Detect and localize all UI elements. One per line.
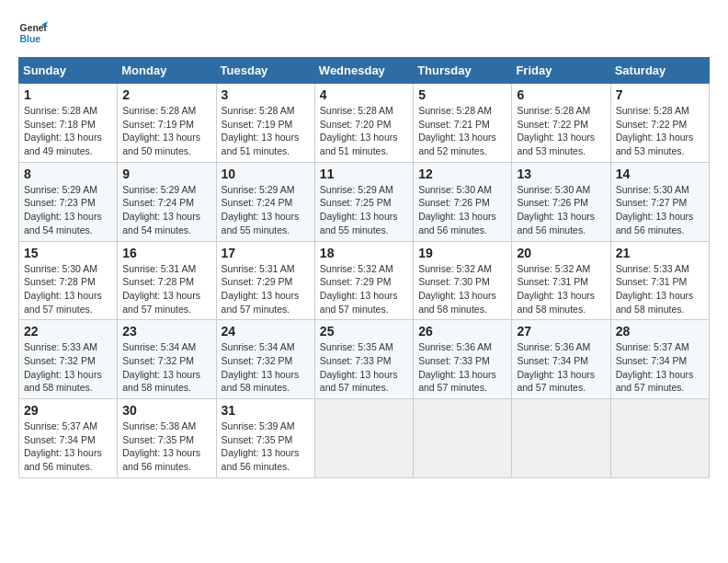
day-detail: Sunrise: 5:37 AMSunset: 7:34 PMDaylight:…	[616, 341, 694, 393]
day-number: 8	[24, 167, 112, 181]
day-number: 21	[616, 246, 704, 260]
day-number: 27	[517, 324, 605, 339]
calendar-cell: 24 Sunrise: 5:34 AMSunset: 7:32 PMDaylig…	[216, 320, 314, 399]
calendar-cell: 1 Sunrise: 5:28 AMSunset: 7:18 PMDayligh…	[19, 84, 118, 163]
col-monday: Monday	[118, 58, 216, 84]
day-number: 25	[320, 324, 408, 339]
day-detail: Sunrise: 5:33 AMSunset: 7:32 PMDaylight:…	[24, 341, 102, 393]
calendar-cell: 20 Sunrise: 5:32 AMSunset: 7:31 PMDaylig…	[512, 241, 610, 320]
day-detail: Sunrise: 5:28 AMSunset: 7:22 PMDaylight:…	[517, 105, 595, 156]
calendar-cell	[314, 399, 413, 478]
calendar-cell: 3 Sunrise: 5:28 AMSunset: 7:19 PMDayligh…	[216, 84, 314, 163]
calendar-cell	[610, 399, 709, 478]
calendar-cell: 14 Sunrise: 5:30 AMSunset: 7:27 PMDaylig…	[610, 162, 709, 241]
calendar-cell: 23 Sunrise: 5:34 AMSunset: 7:32 PMDaylig…	[118, 320, 216, 399]
day-number: 15	[24, 246, 112, 260]
day-number: 19	[418, 246, 506, 260]
day-detail: Sunrise: 5:34 AMSunset: 7:32 PMDaylight:…	[122, 341, 200, 393]
day-number: 2	[122, 87, 210, 102]
day-number: 4	[320, 87, 408, 102]
calendar-cell: 25 Sunrise: 5:35 AMSunset: 7:33 PMDaylig…	[314, 320, 413, 399]
calendar-cell: 21 Sunrise: 5:33 AMSunset: 7:31 PMDaylig…	[610, 241, 709, 320]
day-number: 1	[24, 87, 112, 102]
day-detail: Sunrise: 5:36 AMSunset: 7:34 PMDaylight:…	[517, 341, 595, 393]
day-detail: Sunrise: 5:37 AMSunset: 7:34 PMDaylight:…	[24, 420, 102, 472]
logo: General Blue	[18, 18, 48, 48]
calendar-cell: 8 Sunrise: 5:29 AMSunset: 7:23 PMDayligh…	[19, 162, 118, 241]
day-number: 16	[122, 246, 210, 260]
day-number: 29	[24, 403, 112, 418]
col-friday: Friday	[512, 58, 610, 84]
calendar-cell: 22 Sunrise: 5:33 AMSunset: 7:32 PMDaylig…	[19, 320, 118, 399]
day-number: 5	[418, 87, 506, 102]
day-number: 20	[517, 246, 605, 260]
calendar-cell: 30 Sunrise: 5:38 AMSunset: 7:35 PMDaylig…	[118, 399, 216, 478]
day-detail: Sunrise: 5:39 AMSunset: 7:35 PMDaylight:…	[222, 420, 300, 472]
calendar-cell: 15 Sunrise: 5:30 AMSunset: 7:28 PMDaylig…	[19, 241, 118, 320]
day-detail: Sunrise: 5:30 AMSunset: 7:26 PMDaylight:…	[418, 184, 496, 236]
day-number: 11	[320, 167, 408, 181]
day-detail: Sunrise: 5:36 AMSunset: 7:33 PMDaylight:…	[418, 341, 496, 393]
calendar-week-1: 1 Sunrise: 5:28 AMSunset: 7:18 PMDayligh…	[19, 84, 710, 163]
day-number: 14	[616, 167, 704, 181]
day-detail: Sunrise: 5:28 AMSunset: 7:22 PMDaylight:…	[616, 105, 694, 156]
day-number: 3	[222, 87, 310, 102]
day-number: 31	[222, 403, 310, 418]
day-detail: Sunrise: 5:38 AMSunset: 7:35 PMDaylight:…	[122, 420, 200, 472]
day-detail: Sunrise: 5:29 AMSunset: 7:23 PMDaylight:…	[24, 184, 102, 236]
calendar-week-2: 8 Sunrise: 5:29 AMSunset: 7:23 PMDayligh…	[19, 162, 710, 241]
day-number: 9	[122, 167, 210, 181]
calendar-cell: 13 Sunrise: 5:30 AMSunset: 7:26 PMDaylig…	[512, 162, 610, 241]
day-detail: Sunrise: 5:31 AMSunset: 7:29 PMDaylight:…	[222, 263, 300, 315]
calendar-cell: 17 Sunrise: 5:31 AMSunset: 7:29 PMDaylig…	[216, 241, 314, 320]
header: General Blue	[18, 18, 710, 48]
col-sunday: Sunday	[19, 58, 118, 84]
calendar-week-3: 15 Sunrise: 5:30 AMSunset: 7:28 PMDaylig…	[19, 241, 710, 320]
day-number: 7	[616, 87, 704, 102]
calendar-cell: 12 Sunrise: 5:30 AMSunset: 7:26 PMDaylig…	[414, 162, 512, 241]
day-number: 12	[418, 167, 506, 181]
header-row: Sunday Monday Tuesday Wednesday Thursday…	[19, 58, 710, 84]
svg-text:Blue: Blue	[20, 34, 41, 44]
day-detail: Sunrise: 5:34 AMSunset: 7:32 PMDaylight:…	[222, 341, 300, 393]
calendar-cell	[512, 399, 610, 478]
day-number: 10	[222, 167, 310, 181]
calendar-cell: 4 Sunrise: 5:28 AMSunset: 7:20 PMDayligh…	[314, 84, 413, 163]
calendar-cell: 6 Sunrise: 5:28 AMSunset: 7:22 PMDayligh…	[512, 84, 610, 163]
day-detail: Sunrise: 5:35 AMSunset: 7:33 PMDaylight:…	[320, 341, 398, 393]
calendar-cell: 5 Sunrise: 5:28 AMSunset: 7:21 PMDayligh…	[414, 84, 512, 163]
day-number: 28	[616, 324, 704, 339]
col-wednesday: Wednesday	[314, 58, 413, 84]
calendar-cell: 27 Sunrise: 5:36 AMSunset: 7:34 PMDaylig…	[512, 320, 610, 399]
day-detail: Sunrise: 5:29 AMSunset: 7:24 PMDaylight:…	[122, 184, 200, 236]
day-number: 18	[320, 246, 408, 260]
day-number: 30	[122, 403, 210, 418]
calendar-cell: 10 Sunrise: 5:29 AMSunset: 7:24 PMDaylig…	[216, 162, 314, 241]
calendar-week-5: 29 Sunrise: 5:37 AMSunset: 7:34 PMDaylig…	[19, 399, 710, 478]
day-detail: Sunrise: 5:28 AMSunset: 7:20 PMDaylight:…	[320, 105, 398, 156]
day-detail: Sunrise: 5:32 AMSunset: 7:29 PMDaylight:…	[320, 263, 398, 315]
day-detail: Sunrise: 5:28 AMSunset: 7:19 PMDaylight:…	[222, 105, 300, 156]
day-detail: Sunrise: 5:28 AMSunset: 7:18 PMDaylight:…	[24, 105, 102, 156]
day-detail: Sunrise: 5:30 AMSunset: 7:27 PMDaylight:…	[616, 184, 694, 236]
day-detail: Sunrise: 5:29 AMSunset: 7:24 PMDaylight:…	[222, 184, 300, 236]
day-detail: Sunrise: 5:32 AMSunset: 7:31 PMDaylight:…	[517, 263, 595, 315]
calendar-cell: 9 Sunrise: 5:29 AMSunset: 7:24 PMDayligh…	[118, 162, 216, 241]
calendar-cell: 16 Sunrise: 5:31 AMSunset: 7:28 PMDaylig…	[118, 241, 216, 320]
day-detail: Sunrise: 5:28 AMSunset: 7:19 PMDaylight:…	[122, 105, 200, 156]
day-detail: Sunrise: 5:32 AMSunset: 7:30 PMDaylight:…	[418, 263, 496, 315]
day-detail: Sunrise: 5:28 AMSunset: 7:21 PMDaylight:…	[418, 105, 496, 156]
day-detail: Sunrise: 5:33 AMSunset: 7:31 PMDaylight:…	[616, 263, 694, 315]
logo-icon: General Blue	[18, 18, 48, 48]
day-number: 6	[517, 87, 605, 102]
day-detail: Sunrise: 5:30 AMSunset: 7:26 PMDaylight:…	[517, 184, 595, 236]
calendar-cell: 2 Sunrise: 5:28 AMSunset: 7:19 PMDayligh…	[118, 84, 216, 163]
day-number: 13	[517, 167, 605, 181]
day-number: 26	[418, 324, 506, 339]
day-number: 24	[222, 324, 310, 339]
calendar-week-4: 22 Sunrise: 5:33 AMSunset: 7:32 PMDaylig…	[19, 320, 710, 399]
col-thursday: Thursday	[414, 58, 512, 84]
calendar-cell: 11 Sunrise: 5:29 AMSunset: 7:25 PMDaylig…	[314, 162, 413, 241]
calendar-cell	[414, 399, 512, 478]
col-tuesday: Tuesday	[216, 58, 314, 84]
